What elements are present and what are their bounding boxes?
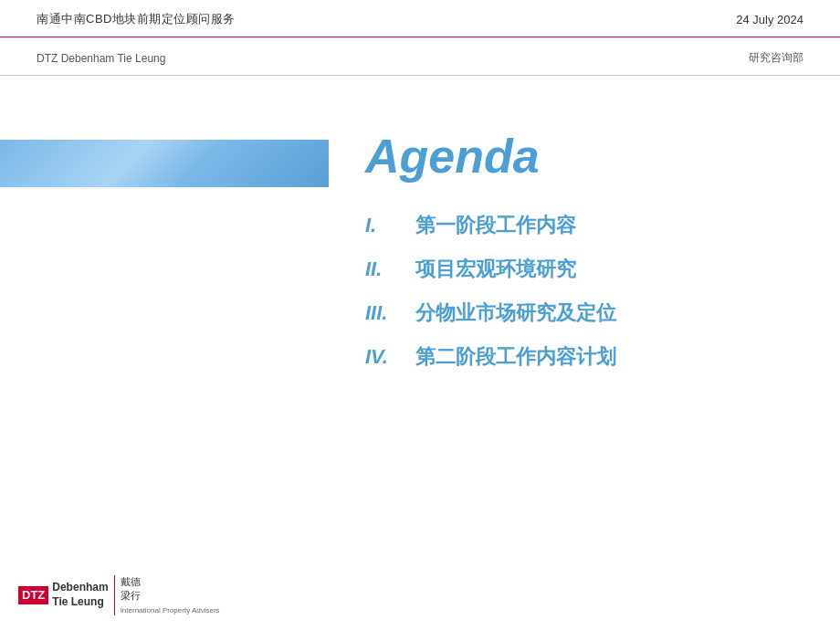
subheader: DTZ Debenham Tie Leung 研究咨询部	[0, 37, 840, 76]
company-name: DTZ Debenham Tie Leung	[37, 52, 165, 65]
agenda-item-text: 第二阶段工作内容计划	[415, 343, 616, 371]
main-content: Agenda I.第一阶段工作内容II.项目宏观环境研究III.分物业市场研究及…	[0, 131, 840, 387]
dtz-box: DTZ	[18, 586, 48, 604]
agenda-item: II.项目宏观环境研究	[365, 256, 840, 283]
dtz-chinese-block: 戴德 梁行 International Property Advisers	[114, 575, 220, 615]
dtz-chinese-line1: 戴德	[121, 575, 220, 589]
agenda-item-numeral: I.	[365, 214, 415, 237]
dtz-logo: DTZ Debenham Tie Leung 戴德 梁行 Internation…	[18, 575, 220, 615]
agenda-section: Agenda I.第一阶段工作内容II.项目宏观环境研究III.分物业市场研究及…	[329, 131, 840, 387]
agenda-title: Agenda	[365, 131, 840, 183]
department-name: 研究咨询部	[749, 50, 803, 66]
dtz-chinese-line2: 梁行	[121, 589, 220, 603]
agenda-item-numeral: III.	[365, 301, 415, 325]
agenda-item-text: 第一阶段工作内容	[415, 212, 576, 239]
dtz-tagline: International Property Advisers	[121, 605, 220, 615]
header-title: 南通中南CBD地块前期定位顾问服务	[37, 11, 236, 27]
dtz-debenham: Debenham	[52, 581, 108, 595]
agenda-item: I.第一阶段工作内容	[365, 212, 840, 239]
agenda-item: IV.第二阶段工作内容计划	[365, 343, 840, 371]
agenda-list: I.第一阶段工作内容II.项目宏观环境研究III.分物业市场研究及定位IV.第二…	[365, 212, 840, 371]
agenda-item-numeral: IV.	[365, 345, 415, 369]
agenda-item-text: 项目宏观环境研究	[415, 256, 576, 283]
page-header: 南通中南CBD地块前期定位顾问服务 24 July 2024	[0, 0, 840, 37]
agenda-item: III.分物业市场研究及定位	[365, 299, 840, 327]
dtz-name-block: Debenham Tie Leung	[52, 581, 108, 609]
footer: DTZ Debenham Tie Leung 戴德 梁行 Internation…	[18, 575, 220, 615]
dtz-tie-leung: Tie Leung	[52, 595, 108, 610]
header-date: 24 July 2024	[736, 13, 803, 26]
agenda-item-text: 分物业市场研究及定位	[415, 299, 616, 327]
agenda-item-numeral: II.	[365, 257, 415, 281]
decorative-bar	[0, 140, 329, 187]
